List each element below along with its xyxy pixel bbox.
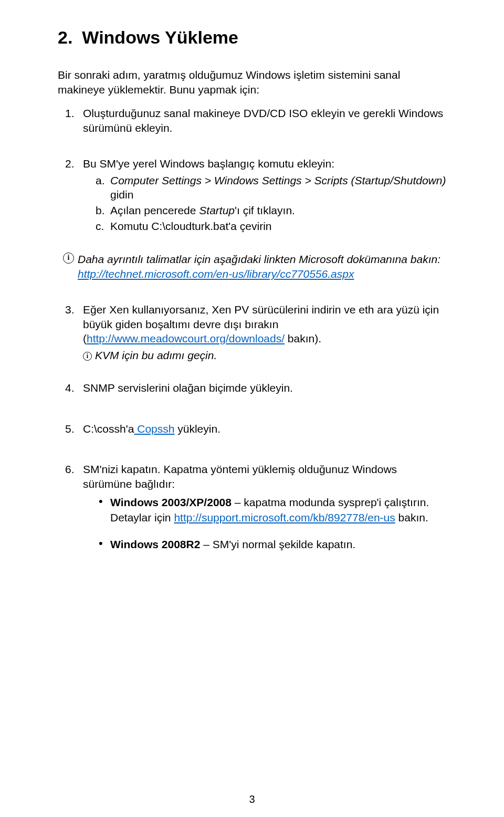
copssh-link[interactable]: Copssh: [134, 423, 174, 435]
step-5: 5. C:\cossh'a Copssh yükleyin.: [58, 422, 446, 436]
step-2a: a. Computer Settings > Windows Settings …: [96, 173, 446, 202]
step-2b-after: 'ı çif tıklayın.: [235, 204, 295, 216]
step-2-text: Bu SM'ye yerel Windows başlangıç komutu …: [83, 158, 334, 170]
step-3-note-text: KVM için bu adımı geçin.: [95, 349, 217, 361]
substep-marker: b.: [96, 203, 105, 218]
support-link[interactable]: http://support.microsoft.com/kb/892778/e…: [174, 511, 395, 523]
step-marker: 4.: [65, 381, 75, 395]
step-2b-em: Startup: [199, 204, 235, 216]
info-icon: i: [63, 253, 74, 264]
step-2a-after: gidin: [110, 188, 133, 201]
step-5-before: C:\cossh'a: [83, 423, 134, 435]
substep-marker: c.: [96, 219, 104, 234]
section-heading: 2.Windows Yükleme: [58, 27, 446, 48]
meadowcourt-link[interactable]: http://www.meadowcourt.org/downloads/: [87, 332, 285, 344]
technet-link[interactable]: http://technet.microsoft.com/en-us/libra…: [78, 268, 354, 280]
step-3: 3. Eğer Xen kullanıyorsanız, Xen PV sürü…: [58, 302, 446, 363]
page-number: 3: [0, 793, 504, 805]
step-6-text: SM'nizi kapatın. Kapatma yöntemi yüklemi…: [83, 463, 397, 490]
substep-marker: a.: [96, 173, 105, 188]
info-note: i Daha ayrıntılı talimatlar için aşağıda…: [78, 252, 446, 281]
instruction-list-cont: 3. Eğer Xen kullanıyorsanız, Xen PV sürü…: [58, 302, 446, 552]
step-5-after: yükleyin.: [174, 423, 220, 435]
step-6-bullet-2: Windows 2008R2 – SM'yi normal şekilde ka…: [96, 537, 446, 552]
step-2c: c. Komutu C:\cloudturk.bat'a çevirin: [96, 219, 446, 234]
step-3-after: bakın).: [285, 332, 321, 344]
step-2c-text: Komutu C:\cloudturk.bat'a çevirin: [110, 220, 271, 232]
step-2-sublist: a. Computer Settings > Windows Settings …: [96, 173, 446, 234]
step-1: 1. Oluşturduğunuz sanal makineye DVD/CD …: [58, 106, 446, 135]
bullet2-rest: – SM'yi normal şekilde kapatın.: [200, 538, 355, 550]
step-2b-before: Açılan pencerede: [110, 204, 199, 216]
step-marker: 3.: [65, 302, 75, 317]
step-6-bullets: Windows 2003/XP/2008 – kapatma modunda s…: [96, 495, 446, 552]
step-marker: 5.: [65, 422, 75, 436]
step-4: 4. SNMP servislerini olağan biçimde yükl…: [58, 381, 446, 395]
info-note-text: Daha ayrıntılı talimatlar için aşağıdaki…: [78, 253, 440, 265]
bullet2-strong: Windows 2008R2: [110, 538, 200, 550]
step-4-text: SNMP servislerini olağan biçimde yükleyi…: [83, 382, 293, 394]
document-page: 2.Windows Yükleme Bir sonraki adım, yara…: [0, 0, 504, 817]
heading-number: 2.: [58, 27, 72, 47]
bullet1-after: bakın.: [395, 511, 428, 523]
step-marker: 1.: [65, 106, 75, 121]
step-marker: 6.: [65, 462, 75, 477]
step-2b: b. Açılan pencerede Startup'ı çif tıklay…: [96, 203, 446, 218]
step-6: 6. SM'nizi kapatın. Kapatma yöntemi yükl…: [58, 462, 446, 552]
info-icon: i: [83, 352, 92, 361]
step-1-text: Oluşturduğunuz sanal makineye DVD/CD ISO…: [83, 107, 443, 134]
bullet1-strong: Windows 2003/XP/2008: [110, 496, 232, 508]
step-marker: 2.: [65, 156, 75, 171]
step-3-note: iKVM için bu adımı geçin.: [83, 348, 446, 363]
intro-paragraph: Bir sonraki adım, yaratmış olduğumuz Win…: [58, 68, 446, 97]
step-6-bullet-1: Windows 2003/XP/2008 – kapatma modunda s…: [96, 495, 446, 526]
heading-title: Windows Yükleme: [82, 27, 238, 47]
step-2: 2. Bu SM'ye yerel Windows başlangıç komu…: [58, 156, 446, 234]
instruction-list: 1. Oluşturduğunuz sanal makineye DVD/CD …: [58, 106, 446, 233]
step-2a-path: Computer Settings > Windows Settings > S…: [110, 174, 446, 186]
